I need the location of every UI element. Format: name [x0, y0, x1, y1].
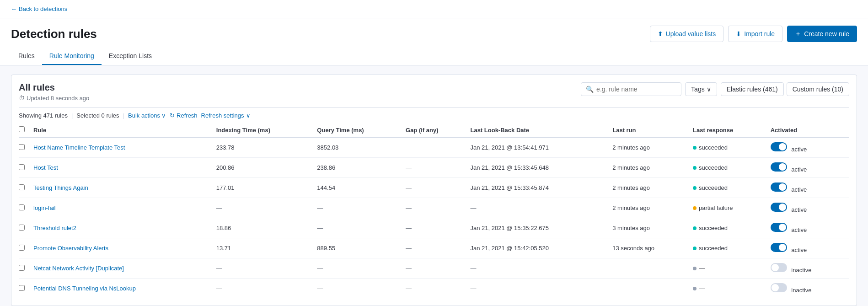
last-lookback-cell: Jan 21, 2021 @ 13:54:41.971 — [470, 138, 612, 158]
select-all-checkbox[interactable] — [19, 126, 25, 132]
activated-label: active — [791, 226, 807, 233]
indexing-time-cell: — — [216, 279, 317, 299]
activated-cell: inactive — [771, 258, 849, 279]
indexing-time-cell: 177.01 — [216, 178, 317, 198]
table-row: Potential DNS Tunneling via NsLookup — —… — [19, 279, 849, 299]
query-time-cell: — — [317, 218, 406, 238]
last-lookback-cell: — — [470, 279, 612, 299]
activated-label: active — [791, 247, 807, 253]
activated-cell: active — [771, 158, 849, 178]
search-input[interactable] — [596, 86, 676, 93]
panel-controls: 🔍 Tags ∨ Elastic rules (461) Custom rule… — [581, 82, 849, 96]
col-last-response: Last response — [693, 123, 771, 138]
activated-toggle[interactable] — [771, 142, 787, 151]
activated-toggle[interactable] — [771, 243, 787, 252]
tab-rules[interactable]: Rules — [11, 48, 42, 65]
response-label: succeeded — [699, 164, 728, 171]
refresh-button[interactable]: ↻ Refresh — [170, 112, 198, 119]
rule-name-link[interactable]: Promote Observability Alerts — [33, 245, 108, 252]
row-checkbox[interactable] — [19, 184, 25, 190]
chevron-down-icon: ∨ — [246, 112, 251, 119]
panel-header: All rules ⏱ Updated 8 seconds ago 🔍 Tags… — [19, 82, 849, 102]
response-dot — [693, 206, 697, 210]
select-all-checkbox-col — [19, 123, 33, 138]
last-run-cell: 2 minutes ago — [612, 158, 693, 178]
query-time-cell: 3852.03 — [317, 138, 406, 158]
rule-name-link[interactable]: Netcat Network Activity [Duplicate] — [33, 265, 124, 272]
activated-toggle[interactable] — [771, 183, 787, 192]
create-new-rule-button[interactable]: ＋ Create new rule — [787, 26, 857, 42]
activated-label: inactive — [791, 287, 811, 294]
row-checkbox[interactable] — [19, 285, 25, 291]
query-time-cell: 238.86 — [317, 158, 406, 178]
last-run-cell — [612, 279, 693, 299]
activated-toggle[interactable] — [771, 162, 787, 172]
bulk-actions-button[interactable]: Bulk actions ∨ — [128, 112, 166, 119]
refresh-settings-button[interactable]: Refresh settings ∨ — [201, 112, 251, 119]
col-gap: Gap (if any) — [406, 123, 470, 138]
gap-cell: — — [406, 218, 470, 238]
activated-cell: active — [771, 198, 849, 218]
row-checkbox-cell — [19, 218, 33, 238]
row-checkbox-cell — [19, 279, 33, 299]
last-run-cell: 2 minutes ago — [612, 198, 693, 218]
last-lookback-cell: Jan 21, 2021 @ 15:35:22.675 — [470, 218, 612, 238]
response-dot — [693, 186, 697, 190]
rule-name-link[interactable]: Testing Things Again — [33, 184, 88, 191]
table-row: Promote Observability Alerts 13.71 889.5… — [19, 238, 849, 258]
search-box[interactable]: 🔍 — [581, 82, 681, 96]
rule-name-link[interactable]: Potential DNS Tunneling via NsLookup — [33, 285, 136, 292]
col-last-run: Last run — [612, 123, 693, 138]
gap-cell: — — [406, 158, 470, 178]
table-row: Testing Things Again 177.01 144.54 — Jan… — [19, 178, 849, 198]
activated-toggle[interactable] — [771, 263, 787, 272]
page-title: Detection rules — [11, 27, 97, 41]
rule-name-link[interactable]: Threshold rulet2 — [33, 225, 76, 231]
tags-dropdown-button[interactable]: Tags ∨ — [685, 82, 717, 96]
rule-name-link[interactable]: Host Name Timeline Template Test — [33, 144, 125, 151]
activated-toggle[interactable] — [771, 223, 787, 232]
top-bar: Back to detections — [0, 0, 868, 18]
last-run-cell: 2 minutes ago — [612, 178, 693, 198]
rule-name-link[interactable]: login-fail — [33, 204, 55, 211]
last-lookback-cell: — — [470, 198, 612, 218]
rule-name-cell: Host Name Timeline Template Test — [33, 138, 216, 158]
activated-toggle[interactable] — [771, 203, 787, 212]
rules-table: Rule Indexing Time (ms) Query Time (ms) … — [19, 123, 849, 298]
row-checkbox[interactable] — [19, 265, 25, 271]
row-checkbox[interactable] — [19, 144, 25, 150]
rule-name-link[interactable]: Host Test — [33, 164, 58, 171]
row-checkbox[interactable] — [19, 204, 25, 210]
back-to-detections-link[interactable]: Back to detections — [11, 5, 67, 12]
row-checkbox[interactable] — [19, 164, 25, 170]
clock-icon: ⏱ — [19, 95, 25, 102]
response-label: — — [699, 285, 705, 292]
query-time-cell: — — [317, 279, 406, 299]
row-checkbox-cell — [19, 238, 33, 258]
rule-name-cell: Promote Observability Alerts — [33, 238, 216, 258]
response-dot — [693, 226, 697, 230]
last-run-cell: 13 seconds ago — [612, 238, 693, 258]
activated-toggle[interactable] — [771, 283, 787, 292]
indexing-time-cell: 233.78 — [216, 138, 317, 158]
table-row: Host Name Timeline Template Test 233.78 … — [19, 138, 849, 158]
upload-value-lists-button[interactable]: ⬆ Upload value lists — [650, 26, 724, 42]
header-section: Detection rules ⬆ Upload value lists ⬇ I… — [0, 18, 868, 65]
col-last-lookback: Last Look-Back Date — [470, 123, 612, 138]
rule-name-cell: Netcat Network Activity [Duplicate] — [33, 258, 216, 279]
response-dot — [693, 247, 697, 250]
response-dot — [693, 146, 697, 150]
last-run-cell — [612, 258, 693, 279]
import-rule-button[interactable]: ⬇ Import rule — [728, 26, 782, 42]
last-lookback-cell: Jan 21, 2021 @ 15:33:45.648 — [470, 158, 612, 178]
row-checkbox[interactable] — [19, 225, 25, 231]
last-response-cell: succeeded — [693, 158, 771, 178]
query-time-cell: 144.54 — [317, 178, 406, 198]
row-checkbox[interactable] — [19, 245, 25, 251]
tab-exception-lists[interactable]: Exception Lists — [102, 48, 159, 65]
tab-rule-monitoring[interactable]: Rule Monitoring — [42, 48, 102, 65]
last-lookback-cell: Jan 21, 2021 @ 15:33:45.874 — [470, 178, 612, 198]
last-response-cell: — — [693, 258, 771, 279]
rule-counts: Elastic rules (461) Custom rules (10) — [721, 82, 849, 96]
last-run-cell: 2 minutes ago — [612, 138, 693, 158]
